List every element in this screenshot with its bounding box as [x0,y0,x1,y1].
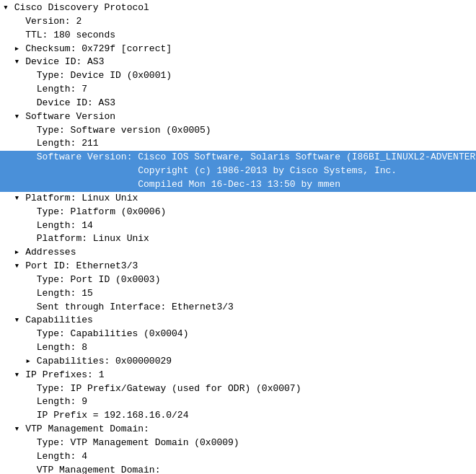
tree-line[interactable]: Software Version: Cisco IOS Software, So… [0,151,476,164]
tree-line[interactable]: Length: 15 [0,287,476,301]
tree-line[interactable]: ▾ Platform: Linux Unix [0,192,476,206]
tree-line[interactable]: ▸ Capabilities: 0x00000029 [0,355,476,369]
tree-line[interactable]: ▾ Port ID: Ethernet3/3 [0,260,476,273]
tree-line[interactable]: ▾ VTP Management Domain: [0,423,476,436]
tree-line[interactable]: Copyright (c) 1986-2013 by Cisco Systems… [0,164,476,178]
tree-line[interactable]: Length: 14 [0,219,476,233]
tree-line[interactable]: VTP Management Domain: [0,464,476,474]
tree-line[interactable]: Platform: Linux Unix [0,232,476,246]
tree-line[interactable]: Type: Port ID (0x0003) [0,273,476,287]
tree-line[interactable]: Compiled Mon 16-Dec-13 13:50 by mmen [0,178,476,192]
tree-line[interactable]: Length: 211 [0,137,476,151]
tree-line[interactable]: ▾ Capabilities [0,314,476,328]
tree-line[interactable]: TTL: 180 seconds [0,29,476,43]
tree-line[interactable]: Sent through Interface: Ethernet3/3 [0,301,476,315]
tree-line[interactable]: Version: 2 [0,15,476,29]
tree-line[interactable]: ▸ Checksum: 0x729f [correct] [0,43,476,56]
tree-line[interactable]: IP Prefix = 192.168.16.0/24 [0,409,476,423]
tree-line[interactable]: ▾ IP Prefixes: 1 [0,369,476,382]
tree-line[interactable]: ▸ Addresses [0,246,476,260]
tree-line[interactable]: ▾ Device ID: AS3 [0,56,476,69]
tree-container[interactable]: ▾ Cisco Discovery Protocol Version: 2 TT… [0,0,476,474]
tree-line[interactable]: Type: IP Prefix/Gateway (used for ODR) (… [0,382,476,396]
tree-line[interactable]: Length: 7 [0,83,476,97]
tree-line[interactable]: Type: Device ID (0x0001) [0,69,476,83]
tree-line[interactable]: Type: Software version (0x0005) [0,124,476,138]
tree-line[interactable]: Type: Capabilities (0x0004) [0,328,476,341]
tree-line[interactable]: Type: VTP Management Domain (0x0009) [0,436,476,450]
tree-line[interactable]: Device ID: AS3 [0,97,476,110]
tree-line[interactable]: Length: 9 [0,395,476,409]
tree-line[interactable]: ▾ Software Version [0,110,476,124]
tree-line[interactable]: ▾ Cisco Discovery Protocol [0,1,476,15]
tree-line[interactable]: Length: 4 [0,450,476,464]
tree-line[interactable]: Type: Platform (0x0006) [0,206,476,219]
tree-line[interactable]: Length: 8 [0,341,476,355]
